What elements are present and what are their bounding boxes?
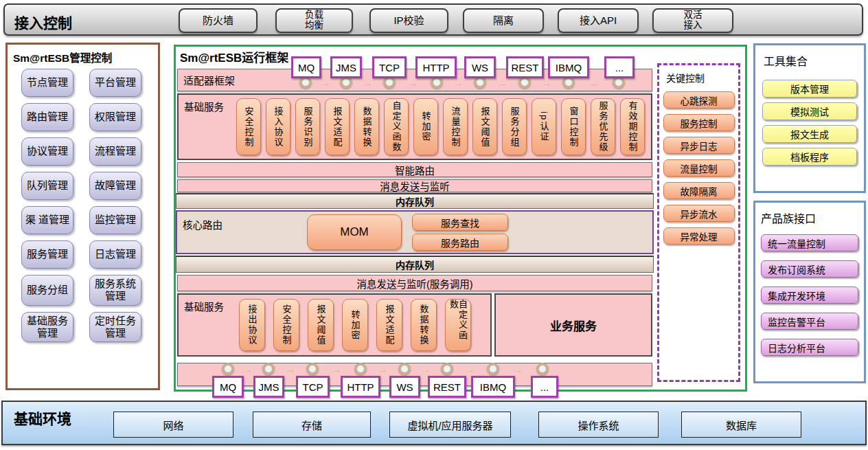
dual-active-button[interactable]: 双活 接入 — [652, 8, 733, 33]
stub-program-button[interactable]: 档板程序 — [762, 148, 857, 166]
product-family-buttons: 统一流量控制 发布订阅系统 集成开发环境 监控告警平台 日志分析平台 — [755, 234, 864, 356]
flow-arrow-icon: → — [331, 364, 342, 375]
custom-function-vbtn[interactable]: 自定义函数 — [384, 98, 409, 155]
custom-function-vbtn[interactable]: 自定义函数 — [445, 299, 471, 351]
integrated-dev-env-button[interactable]: 集成开发环境 — [761, 286, 858, 304]
message-threshold-vbtn[interactable]: 报文阈值 — [472, 98, 497, 155]
service-identify-vbtn[interactable]: 服务识别 — [295, 98, 320, 155]
base-service-mgmt-button[interactable]: 基础服务管理 — [21, 312, 73, 343]
smart-routing-bar: 智能路由 — [177, 162, 652, 177]
log-mgmt-button[interactable]: 日志管理 — [89, 240, 141, 269]
message-adapt-vbtn[interactable]: 报文适配 — [325, 98, 350, 155]
unified-flow-control-button[interactable]: 统一流量控制 — [761, 234, 858, 251]
access-api-button[interactable]: 接入API — [558, 8, 639, 33]
protocol-bottom-tcp[interactable]: TCP — [296, 376, 330, 398]
exception-handle-button[interactable]: 异常处理 — [663, 227, 735, 245]
protocol-top-http[interactable]: HTTP — [415, 56, 457, 78]
monitor-alert-platform-button[interactable]: 监控告警平台 — [761, 313, 858, 330]
version-mgmt-button[interactable]: 版本管理 — [762, 80, 857, 98]
message-threshold-vbtn[interactable]: 报文阈值 — [308, 299, 334, 351]
security-control-vbtn[interactable]: 安全控制 — [236, 98, 261, 155]
memory-queue-bar-2: 内存队列 — [176, 256, 654, 273]
ip-check-button[interactable]: IP校验 — [369, 8, 448, 33]
service-mgmt-button[interactable]: 服务管理 — [21, 240, 73, 269]
service-priority-vbtn[interactable]: 服务优先级 — [591, 98, 615, 155]
pub-sub-system-button[interactable]: 发布订阅系统 — [761, 260, 858, 278]
protocol-top-jms[interactable]: JMS — [330, 56, 362, 78]
flow-arrow-icon: → — [588, 78, 599, 89]
service-system-mgmt-button[interactable]: 服务系统管理 — [89, 275, 141, 306]
security-control-vbtn[interactable]: 安全控制 — [273, 299, 299, 351]
node-mgmt-button[interactable]: 节点管理 — [21, 69, 73, 97]
flow-arrow-icon: → — [464, 364, 475, 375]
protocol-mgmt-button[interactable]: 协议管理 — [21, 137, 73, 166]
product-family-panel: 产品族接口 统一流量控制 发布订阅系统 集成开发环境 监控告警平台 日志分析平台 — [753, 201, 866, 383]
data-transform-vbtn[interactable]: 数据转换 — [354, 98, 379, 155]
service-lookup-button[interactable]: 服务查找 — [412, 214, 508, 231]
protocol-bottom-ws[interactable]: WS — [389, 376, 420, 398]
network-box[interactable]: 网络 — [113, 412, 233, 438]
queue-mgmt-button[interactable]: 队列管理 — [21, 172, 73, 200]
service-control-button[interactable]: 服务控制 — [663, 114, 735, 131]
storage-box[interactable]: 存储 — [253, 412, 371, 438]
log-analysis-platform-button[interactable]: 日志分析平台 — [761, 339, 858, 356]
data-transform-vbtn[interactable]: 数据转换 — [411, 299, 437, 351]
access-protocol-vbtn[interactable]: 接入协议 — [266, 98, 290, 155]
channel-mgmt-button[interactable]: 渠 道管理 — [21, 206, 73, 234]
message-generate-button[interactable]: 报文生成 — [762, 125, 857, 143]
protocol-bottom-more[interactable]: ... — [531, 376, 558, 398]
protocol-top-ibmq[interactable]: IBMQ — [548, 56, 589, 78]
key-control-title: 关键控制 — [666, 71, 738, 85]
protocol-top-tcp[interactable]: TCP — [372, 56, 407, 78]
protocol-top-rest[interactable]: REST — [506, 56, 544, 78]
heartbeat-detect-button[interactable]: 心跳探测 — [663, 91, 735, 109]
load-balance-button[interactable]: 负载 均衡 — [275, 8, 353, 33]
encrypt-vbtn[interactable]: 转加密 — [413, 98, 438, 155]
flow-arrow-icon: → — [242, 364, 253, 375]
flow-arrow-icon: → — [496, 78, 507, 89]
timer-task-mgmt-button[interactable]: 定时任务管理 — [89, 312, 141, 343]
process-mgmt-button[interactable]: 流程管理 — [89, 137, 141, 166]
encrypt-vbtn[interactable]: 转加密 — [342, 299, 368, 351]
service-route-button[interactable]: 服务路由 — [412, 234, 508, 251]
out-protocol-vbtn[interactable]: 接出协议 — [239, 299, 265, 351]
protocol-bottom-http[interactable]: HTTP — [341, 376, 380, 398]
connector-circle-icon — [222, 363, 234, 375]
access-control-title: 接入控制 — [14, 12, 72, 32]
isolation-button[interactable]: 隔离 — [463, 8, 544, 33]
async-flow-button[interactable]: 异步流水 — [663, 205, 735, 222]
permission-mgmt-button[interactable]: 权限管理 — [89, 103, 141, 131]
service-group-vbtn[interactable]: 服务分组 — [502, 98, 527, 155]
vm-app-server-box[interactable]: 虚拟机/应用服务器 — [389, 412, 511, 438]
simulate-test-button[interactable]: 模拟测试 — [762, 102, 857, 120]
protocol-bottom-rest[interactable]: REST — [428, 376, 466, 398]
service-group-button[interactable]: 服务分组 — [21, 275, 73, 306]
protocol-bottom-mq[interactable]: MQ — [212, 376, 244, 398]
protocol-top-more[interactable]: ... — [604, 56, 635, 78]
platform-mgmt-button[interactable]: 平台管理 — [89, 69, 141, 97]
fault-isolation-button[interactable]: 故障隔离 — [663, 182, 735, 199]
ip-auth-vbtn[interactable]: ip认证 — [532, 98, 556, 155]
tools-panel: 工具集合 版本管理 模拟测试 报文生成 档板程序 — [753, 43, 866, 193]
protocol-bottom-ibmq[interactable]: IBMQ — [471, 376, 515, 398]
message-adapt-vbtn[interactable]: 报文适配 — [376, 299, 402, 351]
flow-control-vbtn[interactable]: 流量控制 — [443, 98, 468, 155]
protocol-top-ws[interactable]: WS — [464, 56, 496, 78]
database-box[interactable]: 数据库 — [681, 412, 801, 438]
route-mgmt-button[interactable]: 路由管理 — [21, 103, 73, 131]
firewall-button[interactable]: 防火墙 — [179, 8, 258, 33]
validity-control-vbtn[interactable]: 有效期控制 — [620, 98, 645, 155]
fault-mgmt-button[interactable]: 故障管理 — [89, 172, 141, 200]
protocol-top-mq[interactable]: MQ — [291, 56, 321, 78]
async-log-button[interactable]: 异步日志 — [663, 137, 735, 154]
os-box[interactable]: 操作系统 — [538, 412, 659, 438]
base-services-top-buttons: 安全控制 接入协议 服务识别 报文适配 数据转换 自定义函数 转加密 流量控制 … — [236, 98, 645, 155]
mom-box[interactable]: MOM — [307, 214, 402, 250]
protocol-bottom-jms[interactable]: JMS — [253, 376, 284, 398]
base-environment-bar: 基础环境 网络 存储 虚拟机/应用服务器 操作系统 数据库 — [1, 401, 867, 445]
access-control-bar: 接入控制 防火墙 负载 均衡 IP校验 隔离 接入API 双活 接入 — [3, 3, 863, 36]
monitor-mgmt-button[interactable]: 监控管理 — [89, 206, 141, 234]
flow-control-button[interactable]: 流量控制 — [663, 159, 735, 177]
flow-arrow-icon: → — [362, 78, 373, 89]
window-control-vbtn[interactable]: 窗口控制 — [561, 98, 586, 155]
